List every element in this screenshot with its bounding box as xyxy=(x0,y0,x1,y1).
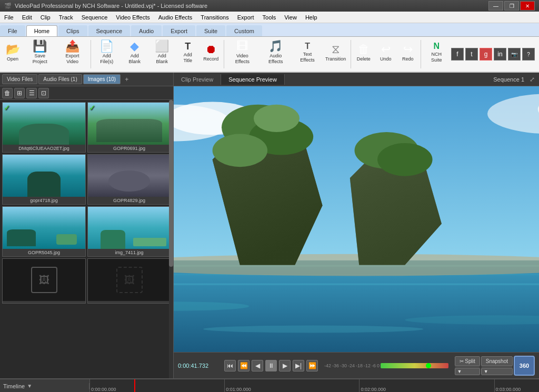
menu-view[interactable]: View xyxy=(280,12,301,23)
vol-label4: -24 xyxy=(348,363,355,368)
play-button[interactable]: ▶ xyxy=(279,360,291,371)
tab-file[interactable]: File xyxy=(0,25,25,36)
tab-audio[interactable]: Audio xyxy=(131,25,162,36)
vol-label7: -6 xyxy=(372,363,376,368)
timeline: Timeline ▼ 0:00:00.000 0:01:00.000 0:02:… xyxy=(0,378,539,392)
menu-tools[interactable]: Tools xyxy=(258,12,281,23)
media-item[interactable]: 🖼 xyxy=(87,258,171,304)
media-item[interactable]: ✓ GOPR0691.jpg xyxy=(87,102,171,153)
snapshot-dropdown[interactable]: ▼ xyxy=(481,368,513,375)
open-button[interactable]: 📂 Open xyxy=(2,38,23,67)
tab-video-files[interactable]: Video Files xyxy=(2,74,37,84)
social-icon-4[interactable]: in xyxy=(494,48,506,61)
help-icon[interactable]: ? xyxy=(522,48,535,61)
delete-button[interactable]: 🗑 Delete xyxy=(353,38,374,67)
tab-custom[interactable]: Custom xyxy=(226,25,262,36)
media-item[interactable]: gopr4718.jpg xyxy=(2,154,86,205)
timeline-dropdown[interactable]: ▼ xyxy=(27,383,32,389)
media-list-btn[interactable]: ☰ xyxy=(26,88,37,98)
social-icon-2[interactable]: t xyxy=(465,48,478,61)
tab-images[interactable]: Images (10) xyxy=(83,74,121,84)
timeline-label: Timeline ▼ xyxy=(0,383,89,389)
split-button[interactable]: ✂ Split xyxy=(455,356,480,366)
menu-video-effects[interactable]: Video Effects xyxy=(112,12,154,23)
maximize-preview-button[interactable]: ⤢ xyxy=(530,76,535,83)
save-project-button[interactable]: 💾 Save Project xyxy=(24,38,56,67)
social-icon-1[interactable]: f xyxy=(451,48,464,61)
nch-suite-button[interactable]: N NCH Suite xyxy=(423,38,450,67)
minimize-button[interactable]: — xyxy=(488,1,503,11)
add-title-icon: T xyxy=(185,42,191,51)
add-media-tab[interactable]: + xyxy=(122,74,132,85)
export-icon: 📤 xyxy=(65,41,79,52)
menu-audio-effects[interactable]: Audio Effects xyxy=(154,12,197,23)
add-files-icon: 📄 xyxy=(99,41,114,52)
close-button[interactable]: ✕ xyxy=(520,1,535,11)
redo-button[interactable]: ↪ Redo xyxy=(397,38,418,67)
nch-icon: N xyxy=(434,42,440,51)
menu-help[interactable]: Help xyxy=(301,12,322,23)
add-title-button[interactable]: T Add Title xyxy=(176,38,199,67)
tab-sequence[interactable]: Sequence xyxy=(88,25,131,36)
snapshot-button[interactable]: Snapshot xyxy=(481,356,513,366)
menu-sequence[interactable]: Sequence xyxy=(77,12,112,23)
media-item[interactable]: GOPR4829.jpg xyxy=(87,154,171,205)
vol-label5: -18 xyxy=(356,363,363,368)
step-back-button[interactable]: ◀ xyxy=(252,360,263,371)
volume-bar[interactable] xyxy=(381,363,448,368)
pause-button[interactable]: ⏸ xyxy=(265,360,277,371)
social-icon-5[interactable]: 📷 xyxy=(508,48,521,61)
add-files-button[interactable]: 📄 Add File(s) xyxy=(93,38,121,67)
timeline-ruler[interactable]: 0:00:00.000 0:01:00.000 0:02:00.000 0:03… xyxy=(89,379,539,393)
forward-button[interactable]: ⏩ xyxy=(306,360,318,371)
undo-button[interactable]: ↩ Undo xyxy=(375,38,396,67)
tab-audio-files[interactable]: Audio Files (1) xyxy=(38,74,82,84)
media-item[interactable]: ✓ DMqt6ClUEAAO2ET.jpg xyxy=(2,102,86,153)
media-item[interactable]: GOPR5045.jpg xyxy=(2,206,86,257)
menu-export[interactable]: Export xyxy=(233,12,258,23)
record-button[interactable]: ⏺ Record xyxy=(201,38,222,67)
menu-file[interactable]: File xyxy=(0,12,18,23)
step-forward-button[interactable]: ▶| xyxy=(293,360,304,371)
rewind-button[interactable]: ⏪ xyxy=(238,360,249,371)
media-item[interactable]: img_7411.jpg xyxy=(87,206,171,257)
video-effects-button[interactable]: 🎞 Video Effects xyxy=(226,38,258,67)
tab-sequence-preview[interactable]: Sequence Preview xyxy=(221,74,285,85)
social-icon-3[interactable]: g xyxy=(480,48,492,61)
menu-edit[interactable]: Edit xyxy=(18,12,36,23)
media-item[interactable]: 🖼 xyxy=(2,258,86,304)
media-grid-btn[interactable]: ⊞ xyxy=(14,88,25,98)
preview-title: Sequence 1 xyxy=(493,76,530,83)
playhead[interactable] xyxy=(134,379,135,393)
transition-button[interactable]: ⧖ Transition xyxy=(323,38,348,67)
btn-360[interactable]: 360 xyxy=(514,356,535,376)
rewind-start-button[interactable]: ⏮ xyxy=(224,360,236,371)
split-dropdown[interactable]: ▼ xyxy=(455,368,480,375)
add-objects-button[interactable]: ◆ Add Blank xyxy=(122,38,148,67)
tab-suite[interactable]: Suite xyxy=(196,25,225,36)
audio-effects-button[interactable]: 🎵 Audio Effects xyxy=(259,38,292,67)
tab-clips[interactable]: Clips xyxy=(58,25,87,36)
menu-track[interactable]: Track xyxy=(55,12,77,23)
export-video-button[interactable]: 📤 Export Video xyxy=(57,38,88,67)
menu-transitions[interactable]: Transitions xyxy=(196,12,233,23)
tab-clip-preview[interactable]: Clip Preview xyxy=(174,74,221,85)
scrollbar[interactable] xyxy=(169,100,173,378)
svg-point-14 xyxy=(213,134,267,167)
tab-export[interactable]: Export xyxy=(163,25,195,36)
add-blank-button[interactable]: ⬜ Add Blank xyxy=(149,38,175,67)
media-item-label: DMqt6ClUEAAO2ET.jpg xyxy=(3,145,85,152)
title-bar-controls[interactable]: — ❐ ✕ xyxy=(488,1,535,11)
vol-label3: -30 xyxy=(340,363,347,368)
menu-clip[interactable]: Clip xyxy=(36,12,55,23)
svg-point-19 xyxy=(377,143,432,176)
maximize-button[interactable]: ❐ xyxy=(504,1,519,11)
text-effects-button[interactable]: T Text Effects xyxy=(293,38,322,67)
media-delete-btn[interactable]: 🗑 xyxy=(2,88,13,98)
media-thumb-btn[interactable]: ⊡ xyxy=(38,88,49,98)
video-effects-icon: 🎞 xyxy=(236,41,248,52)
record-icon: ⏺ xyxy=(205,44,217,55)
delete-icon: 🗑 xyxy=(358,44,370,55)
vol-label8: 0 xyxy=(377,363,380,368)
tab-home[interactable]: Home xyxy=(26,25,57,36)
